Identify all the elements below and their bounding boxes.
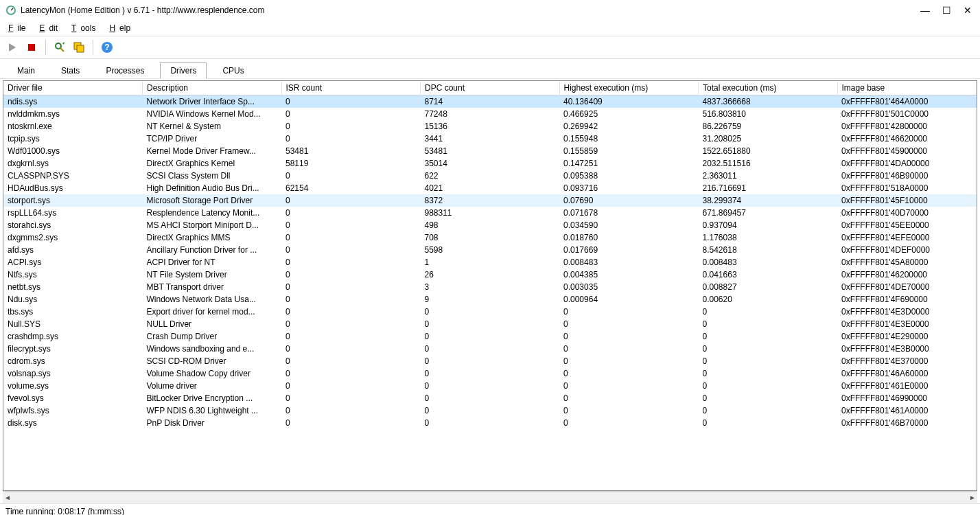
- cell-base: 0xFFFFF801'4E290000: [837, 330, 977, 343]
- cell-tot: 2.363011: [699, 170, 838, 182]
- col-dpc-count[interactable]: DPC count: [421, 81, 560, 95]
- table-row[interactable]: Wdf01000.sysKernel Mode Driver Framew...…: [3, 145, 977, 157]
- cell-tot: 0.008827: [699, 281, 838, 293]
- col-total-exec[interactable]: Total execution (ms): [699, 81, 838, 95]
- scroll-left-icon[interactable]: ◄: [4, 494, 11, 501]
- table-row[interactable]: crashdmp.sysCrash Dump Driver00000xFFFFF…: [3, 330, 977, 343]
- menu-file[interactable]: File: [4, 22, 34, 34]
- cell-tot: 0.00620: [699, 293, 838, 306]
- cell-desc: NT Kernel & System: [143, 120, 282, 133]
- table-row[interactable]: Ntfs.sysNT File System Driver0260.004385…: [3, 268, 977, 281]
- cell-isr: 0: [281, 417, 421, 429]
- cell-dpc: 0: [421, 343, 560, 355]
- menu-edit[interactable]: Edit: [35, 22, 66, 34]
- cell-isr: 62154: [281, 182, 421, 194]
- table-row[interactable]: ntoskrnl.exeNT Kernel & System0151360.26…: [3, 120, 977, 133]
- table-row[interactable]: volume.sysVolume driver00000xFFFFF801'46…: [3, 380, 977, 392]
- cell-dpc: 0: [421, 306, 560, 318]
- cell-hi: 0: [559, 355, 699, 367]
- cell-hi: 0: [559, 306, 699, 318]
- table-row[interactable]: netbt.sysMBT Transport driver030.0030350…: [3, 281, 977, 293]
- stop-button[interactable]: [23, 39, 40, 56]
- cell-desc: NVIDIA Windows Kernel Mod...: [143, 108, 282, 120]
- close-button[interactable]: ✕: [964, 5, 972, 16]
- play-button[interactable]: [4, 39, 21, 56]
- cell-hi: 0: [559, 380, 699, 392]
- cell-dpc: 15136: [421, 120, 560, 133]
- cell-base: 0xFFFFF801'4DEF0000: [837, 244, 977, 256]
- table-row[interactable]: disk.sysPnP Disk Driver00000xFFFFF801'46…: [3, 417, 977, 429]
- table-row[interactable]: Null.SYSNULL Driver00000xFFFFF801'4E3E00…: [3, 318, 977, 330]
- cell-file: wfplwfs.sys: [3, 404, 143, 417]
- table-row[interactable]: dxgkrnl.sysDirectX Graphics Kernel581193…: [3, 157, 977, 170]
- cell-base: 0xFFFFF801'46200000: [837, 268, 977, 281]
- tab-cpus[interactable]: CPUs: [212, 62, 254, 79]
- window-title: LatencyMon (Home Edition ) v 6.71 - http…: [21, 5, 920, 15]
- col-highest-exec[interactable]: Highest execution (ms): [559, 81, 699, 95]
- table-row[interactable]: storport.sysMicrosoft Storage Port Drive…: [3, 194, 977, 207]
- scroll-right-icon[interactable]: ►: [969, 494, 976, 501]
- tab-stats[interactable]: Stats: [51, 62, 90, 79]
- cell-hi: 0: [559, 318, 699, 330]
- table-row[interactable]: CLASSPNP.SYSSCSI Class System Dll06220.0…: [3, 170, 977, 182]
- table-row[interactable]: storahci.sysMS AHCI Storport Miniport D.…: [3, 219, 977, 231]
- titlebar[interactable]: LatencyMon (Home Edition ) v 6.71 - http…: [0, 0, 980, 21]
- table-row[interactable]: filecrypt.sysWindows sandboxing and e...…: [3, 343, 977, 355]
- minimize-button[interactable]: —: [920, 5, 930, 16]
- col-isr-count[interactable]: ISR count: [281, 81, 421, 95]
- menu-tools[interactable]: Tools: [67, 22, 104, 34]
- cell-dpc: 3: [421, 281, 560, 293]
- tab-processes[interactable]: Processes: [95, 62, 154, 79]
- table-row[interactable]: ACPI.sysACPI Driver for NT010.0084830.00…: [3, 256, 977, 268]
- cell-isr: 0: [281, 281, 421, 293]
- tab-drivers[interactable]: Drivers: [160, 62, 207, 79]
- cell-dpc: 0: [421, 367, 560, 380]
- cell-desc: SCSI Class System Dll: [143, 170, 282, 182]
- table-row[interactable]: Ndu.sysWindows Network Data Usa...090.00…: [3, 293, 977, 306]
- cell-isr: 0: [281, 170, 421, 182]
- cell-hi: 0.003035: [559, 281, 699, 293]
- table-row[interactable]: nvlddmkm.sysNVIDIA Windows Kernel Mod...…: [3, 108, 977, 120]
- table-row[interactable]: HDAudBus.sysHigh Definition Audio Bus Dr…: [3, 182, 977, 194]
- cell-tot: 0: [699, 380, 838, 392]
- cell-base: 0xFFFFF801'4DE70000: [837, 281, 977, 293]
- help-button[interactable]: ?: [99, 39, 115, 56]
- cell-base: 0xFFFFF801'4E3E0000: [837, 318, 977, 330]
- col-image-base[interactable]: Image base: [837, 81, 977, 95]
- table-row[interactable]: afd.sysAncillary Function Driver for ...…: [3, 244, 977, 256]
- cell-file: storport.sys: [3, 194, 143, 207]
- table-row[interactable]: tcpip.sysTCP/IP Driver034410.15594831.20…: [3, 133, 977, 145]
- col-description[interactable]: Description: [143, 81, 282, 95]
- cell-dpc: 3441: [421, 133, 560, 145]
- refresh-button[interactable]: [51, 39, 68, 56]
- cell-isr: 0: [281, 194, 421, 207]
- table-row[interactable]: fvevol.sysBitLocker Drive Encryption ...…: [3, 392, 977, 404]
- table-row[interactable]: cdrom.sysSCSI CD-ROM Driver00000xFFFFF80…: [3, 355, 977, 367]
- cell-desc: Volume driver: [143, 380, 282, 392]
- cell-desc: WFP NDIS 6.30 Lightweight ...: [143, 404, 282, 417]
- cell-hi: 40.136409: [559, 95, 699, 108]
- cell-hi: 0.000964: [559, 293, 699, 306]
- cell-tot: 0: [699, 404, 838, 417]
- cell-hi: 0.071678: [559, 207, 699, 219]
- table-row[interactable]: ndis.sysNetwork Driver Interface Sp...08…: [3, 95, 977, 108]
- table-row[interactable]: wfplwfs.sysWFP NDIS 6.30 Lightweight ...…: [3, 404, 977, 417]
- cell-tot: 0: [699, 343, 838, 355]
- cell-isr: 0: [281, 380, 421, 392]
- cell-isr: 0: [281, 293, 421, 306]
- table-row[interactable]: dxgmms2.sysDirectX Graphics MMS07080.018…: [3, 231, 977, 244]
- table-scroll[interactable]: Driver file Description ISR count DPC co…: [3, 81, 977, 490]
- cell-file: Ndu.sys: [3, 293, 143, 306]
- menu-help[interactable]: Help: [105, 22, 139, 34]
- maximize-button[interactable]: ☐: [942, 5, 951, 16]
- cell-hi: 0.466925: [559, 108, 699, 120]
- table-row[interactable]: volsnap.sysVolume Shadow Copy driver0000…: [3, 367, 977, 380]
- cell-file: dxgkrnl.sys: [3, 157, 143, 170]
- table-row[interactable]: rspLLL64.sysResplendence Latency Monit..…: [3, 207, 977, 219]
- play-icon: [9, 43, 16, 52]
- copy-button[interactable]: [71, 39, 87, 56]
- horizontal-scrollbar[interactable]: ◄ ►: [3, 491, 977, 503]
- table-row[interactable]: tbs.sysExport driver for kernel mod...00…: [3, 306, 977, 318]
- col-driver-file[interactable]: Driver file: [3, 81, 143, 95]
- tab-main[interactable]: Main: [7, 62, 45, 79]
